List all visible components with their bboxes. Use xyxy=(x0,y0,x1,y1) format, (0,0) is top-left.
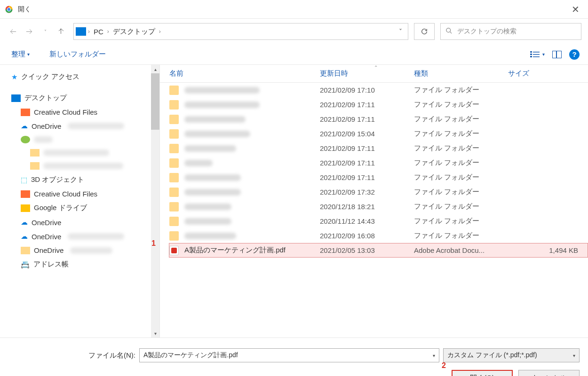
preview-pane-button[interactable] xyxy=(552,51,562,58)
sidebar-item-desktop[interactable]: デスクトップ xyxy=(7,91,159,105)
view-button[interactable]: ▾ xyxy=(530,51,545,58)
file-row[interactable]: 2021/02/09 17:10 ファイル フォルダー xyxy=(169,83,588,97)
file-row[interactable]: 2021/02/09 17:32 ファイル フォルダー xyxy=(169,185,588,199)
file-row[interactable]: 2021/02/09 17:11 ファイル フォルダー xyxy=(169,141,588,156)
scroll-up-icon[interactable]: ▴ xyxy=(151,65,159,73)
file-row[interactable]: 2021/02/09 17:11 ファイル フォルダー xyxy=(169,97,588,112)
chevron-down-icon[interactable]: ▾ xyxy=(433,353,435,358)
col-name-header[interactable]: 名前 xyxy=(169,69,320,78)
sidebar-item-onedrive[interactable]: ☁OneDrive xyxy=(7,119,159,133)
callout-1: 1 xyxy=(151,239,156,248)
file-row[interactable]: 2020/11/12 14:43 ファイル フォルダー xyxy=(169,214,588,228)
file-date: 2021/02/09 17:32 xyxy=(320,188,414,196)
sidebar-item-address[interactable]: 📇アドレス帳 xyxy=(7,257,159,272)
organize-button[interactable]: 整理▾ xyxy=(8,48,32,61)
onedrive-icon: ☁ xyxy=(21,218,28,227)
sidebar-item-user[interactable] xyxy=(7,133,159,146)
folder-icon xyxy=(169,188,179,197)
main-area: ★クイック アクセス デスクトップ Creative Cloud Files ☁… xyxy=(0,65,588,337)
sidebar-item-onedrive3[interactable]: ☁OneDrive xyxy=(7,229,159,243)
new-folder-button[interactable]: 新しいフォルダー xyxy=(47,48,109,61)
callout-2: 2 xyxy=(442,361,446,370)
file-date: 2021/02/09 17:11 xyxy=(320,173,414,181)
up-button[interactable]: 🡡 xyxy=(55,25,68,38)
sidebar-item-onedrive2[interactable]: ☁OneDrive xyxy=(7,215,159,229)
col-size-header[interactable]: サイズ xyxy=(508,69,588,78)
file-row[interactable]: 2021/02/09 17:11 ファイル フォルダー xyxy=(169,170,588,185)
refresh-button[interactable] xyxy=(414,23,435,40)
file-name-blurred xyxy=(184,102,260,108)
svg-rect-10 xyxy=(530,56,532,57)
file-row[interactable]: 2021/02/09 15:04 ファイル フォルダー xyxy=(169,126,588,141)
pc-icon xyxy=(76,27,86,36)
file-row-selected[interactable]: A製品のマーケティング計画.pdf 2021/02/05 13:03 Adobe… xyxy=(169,243,588,258)
col-date-header[interactable]: 更新日時 xyxy=(320,69,414,78)
file-name-blurred xyxy=(184,204,231,210)
chevron-right-icon: › xyxy=(159,28,161,35)
back-button[interactable]: 🡠 xyxy=(7,25,20,38)
folder-icon xyxy=(169,144,179,153)
file-type: Adobe Acrobat Docu... xyxy=(414,246,508,254)
close-icon[interactable]: ✕ xyxy=(568,4,583,15)
scroll-down-icon[interactable]: ▾ xyxy=(151,329,159,337)
toolbar: 整理▾ 新しいフォルダー ▾ ? xyxy=(0,44,588,65)
chevron-down-icon[interactable]: ▾ xyxy=(573,353,575,358)
help-icon[interactable]: ? xyxy=(569,49,580,60)
svg-rect-7 xyxy=(533,52,540,53)
file-row[interactable]: 2021/02/09 17:11 ファイル フォルダー xyxy=(169,156,588,170)
onedrive-icon: ☁ xyxy=(21,122,28,130)
file-date: 2021/02/09 16:08 xyxy=(320,232,414,240)
gdrive-icon xyxy=(21,204,30,212)
col-type-header[interactable]: 種類 xyxy=(414,69,508,78)
search-input[interactable]: デスクトップの検索 xyxy=(440,23,581,40)
chrome-icon xyxy=(5,5,13,14)
file-type: ファイル フォルダー xyxy=(414,158,508,167)
forward-button[interactable]: 🡢 xyxy=(23,25,36,38)
file-row[interactable]: 2021/02/09 16:08 ファイル フォルダー xyxy=(169,228,588,243)
desktop-icon xyxy=(11,94,21,102)
sidebar-item-ccf[interactable]: Creative Cloud Files xyxy=(7,105,159,119)
sidebar-scroll-thumb[interactable] xyxy=(151,73,159,130)
svg-point-3 xyxy=(7,8,11,11)
pdf-icon xyxy=(169,246,179,255)
file-row[interactable]: 2021/02/09 17:11 ファイル フォルダー xyxy=(169,112,588,126)
file-type: ファイル フォルダー xyxy=(414,217,508,226)
file-date: 2021/02/09 15:04 xyxy=(320,130,414,138)
folder-icon xyxy=(30,149,40,157)
sidebar-item-folder[interactable] xyxy=(7,146,159,159)
folder-icon xyxy=(169,115,179,124)
folder-icon xyxy=(169,86,179,95)
onedrive-icon: ☁ xyxy=(21,232,28,241)
sidebar-item-quick-access[interactable]: ★クイック アクセス xyxy=(7,70,159,84)
file-row[interactable]: 2020/12/18 18:21 ファイル フォルダー xyxy=(169,199,588,214)
filename-input[interactable]: A製品のマーケティング計画.pdf ▾ xyxy=(139,348,439,362)
sidebar-item-folder[interactable] xyxy=(7,159,159,172)
svg-rect-11 xyxy=(533,56,540,57)
recent-dropdown[interactable]: ˅ xyxy=(39,25,52,38)
folder-icon xyxy=(30,162,40,170)
file-name-blurred xyxy=(184,160,213,166)
open-button[interactable]: 開く(O) xyxy=(452,370,513,376)
crumb-pc[interactable]: PC xyxy=(90,28,107,36)
sidebar-item-gdrive[interactable]: Google ドライブ xyxy=(7,201,159,215)
file-name-blurred xyxy=(184,145,236,152)
crumb-desktop[interactable]: デスクトップ xyxy=(109,27,159,36)
file-name-blurred xyxy=(184,189,241,196)
filename-label: ファイル名(N): xyxy=(8,351,135,360)
folder-icon xyxy=(169,173,179,182)
file-type-filter[interactable]: カスタム ファイル (*.pdf;*.pdf) ▾ xyxy=(443,348,580,362)
star-icon: ★ xyxy=(11,73,17,81)
sidebar-item-ccf2[interactable]: Creative Cloud Files xyxy=(7,187,159,201)
cancel-button[interactable]: キャンセル xyxy=(518,370,580,376)
folder-tree: ★クイック アクセス デスクトップ Creative Cloud Files ☁… xyxy=(0,65,159,276)
sidebar: ★クイック アクセス デスクトップ Creative Cloud Files ☁… xyxy=(0,65,160,337)
breadcrumb[interactable]: › PC › デスクトップ › ˅ xyxy=(73,23,408,40)
file-list: ⌃ 名前 更新日時 種類 サイズ 2021/02/09 17:10 ファイル フ… xyxy=(160,65,588,337)
sort-indicator-icon: ⌃ xyxy=(374,65,378,70)
sidebar-item-onedrive4[interactable]: OneDrive xyxy=(7,243,159,257)
sidebar-item-3d-objects[interactable]: ⬚3D オブジェクト xyxy=(7,172,159,187)
breadcrumb-dropdown[interactable]: ˅ xyxy=(395,28,406,35)
folder-icon xyxy=(169,202,179,212)
title-bar: 開く ✕ xyxy=(0,0,588,19)
file-type: ファイル フォルダー xyxy=(414,188,508,196)
